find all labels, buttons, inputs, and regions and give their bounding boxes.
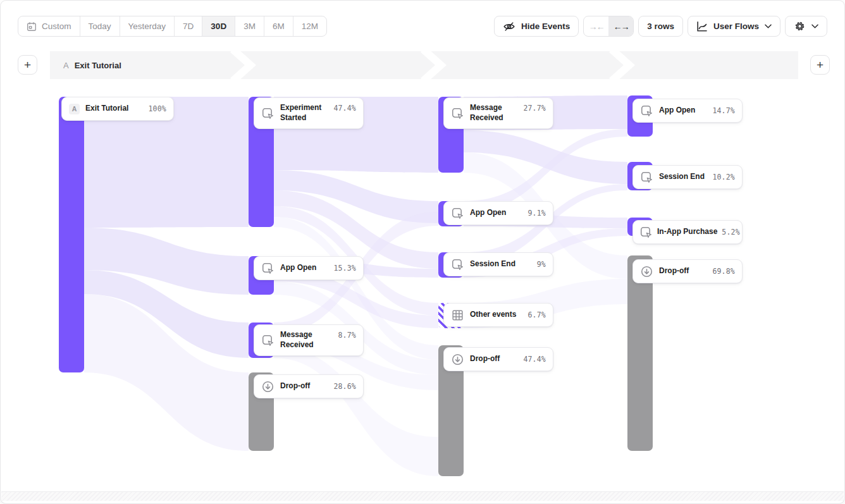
event-cursor-icon (640, 104, 653, 118)
arrow-down-circle-icon (451, 353, 464, 366)
event-cursor-icon (451, 207, 464, 220)
event-cursor-icon (261, 262, 274, 275)
sankey-bar-exit-tutorial[interactable] (59, 97, 84, 372)
sankey-bar-drop-off-4[interactable] (627, 255, 653, 451)
arrow-down-circle-icon (261, 380, 274, 393)
node-card-message-received-3[interactable]: Message Received 27.7% (443, 97, 553, 129)
node-card-message-received-2[interactable]: Message Received 8.7% (254, 324, 364, 356)
step-a-badge: A (69, 104, 80, 114)
grid-icon (451, 309, 464, 322)
event-cursor-icon (261, 107, 274, 120)
node-card-session-end-3[interactable]: Session End 9% (443, 252, 553, 276)
sankey-chart: A Exit Tutorial 100% Experiment Started … (1, 1, 844, 503)
event-cursor-icon (640, 171, 653, 184)
node-card-drop-off-3[interactable]: Drop-off 47.4% (443, 347, 553, 371)
event-cursor-icon (639, 226, 653, 239)
flow-links (84, 95, 627, 476)
node-card-experiment-started[interactable]: Experiment Started 47.4% (254, 97, 364, 129)
node-card-app-open-3[interactable]: App Open 9.1% (443, 201, 553, 225)
node-card-drop-off-2[interactable]: Drop-off 28.6% (254, 374, 364, 398)
node-card-in-app-purchase-4[interactable]: In-App Purchase 5.2% (632, 220, 743, 244)
event-cursor-icon (451, 258, 464, 271)
user-flows-panel: Custom Today Yesterday 7D 30D 3M 6M 12M (0, 0, 845, 504)
node-card-other-events-3[interactable]: Other events 6.7% (443, 303, 553, 327)
node-card-drop-off-4[interactable]: Drop-off 69.8% (632, 259, 743, 283)
node-card-app-open-4[interactable]: App Open 14.7% (632, 99, 743, 123)
node-card-session-end-4[interactable]: Session End 10.2% (632, 165, 743, 189)
event-cursor-icon (261, 334, 274, 347)
arrow-down-circle-icon (640, 265, 653, 278)
sankey-links-layer (1, 1, 845, 504)
event-cursor-icon (451, 107, 464, 120)
node-card-exit-tutorial[interactable]: A Exit Tutorial 100% (61, 97, 174, 121)
node-card-app-open-2[interactable]: App Open 15.3% (254, 256, 364, 280)
